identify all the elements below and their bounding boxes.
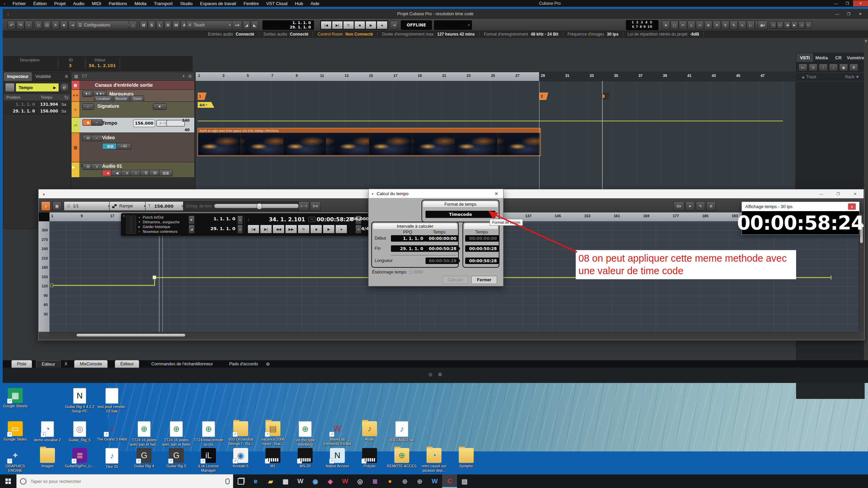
right-longueur-field[interactable]: 00:00:50:28	[465, 258, 499, 264]
debut-ppq-field[interactable]: 1. 1. 1. 0	[391, 235, 426, 242]
desktop-icon[interactable]: ♪↗ The Grand 3 64bit	[97, 421, 127, 442]
menu-item[interactable]: Fenêtre	[240, 0, 262, 7]
right-fin-field[interactable]: 00:00:50:28	[465, 245, 499, 252]
signature-dropdown[interactable]: ▼	[153, 103, 166, 110]
punch-out-button[interactable]: ◣	[251, 21, 258, 29]
stop-button[interactable]: ■	[310, 225, 322, 233]
editor-v-scrollbar[interactable]	[859, 221, 864, 332]
automation-button[interactable]: W	[172, 21, 180, 29]
play-button[interactable]: ▶	[366, 21, 376, 29]
firefox-icon[interactable]: ●	[382, 474, 397, 488]
marker-function-button[interactable]: Localiser	[94, 96, 112, 102]
word-icon[interactable]: W	[427, 474, 442, 488]
timecode-toggle-button[interactable]: ⌐43	[116, 143, 131, 149]
desktop-icon[interactable]: Images	[32, 448, 63, 468]
right-locator-display[interactable]: 29. 1. 1. 0	[195, 226, 235, 231]
video-event[interactable]: Earth at night seen from space ISS (HD 1…	[197, 128, 541, 156]
menu-item[interactable]: Projet	[51, 0, 70, 7]
record-button[interactable]: ●	[377, 21, 388, 29]
track-row-tempo[interactable]: ♪≡ ◉ ⌐ Tempo 156.000 ⊢⊣ 240 40	[72, 118, 194, 133]
tempo-value-field[interactable]: 156.000	[133, 120, 155, 127]
desktop-icon[interactable]: ↗ V03 Orchestral Strings I - Ra...	[225, 421, 256, 446]
minimize-button[interactable]: —	[815, 191, 827, 197]
lanes-button[interactable]: ▥▥	[159, 170, 173, 176]
add-marker-button[interactable]: ▼+	[82, 90, 93, 97]
file-explorer-icon[interactable]: ▰	[263, 474, 278, 488]
configurations-dropdown[interactable]: ☰Configurations▾	[76, 21, 132, 29]
go-start-button[interactable]: |◀	[248, 225, 259, 233]
lock-track-button[interactable]: ⌐	[91, 119, 103, 126]
sync-display[interactable]: ▾	[434, 20, 472, 30]
range-tool[interactable]: ▢	[670, 21, 678, 29]
toolbar-icon-button[interactable]: ◇	[35, 21, 42, 29]
punch-in-button[interactable]: ▾	[237, 216, 243, 224]
play-button[interactable]: ▶	[323, 225, 335, 233]
lock-button[interactable]: ⌂	[129, 21, 137, 29]
to-right-locator-button[interactable]: ◢	[189, 225, 195, 233]
winrar-icon[interactable]: ≣	[368, 474, 382, 488]
tab-pads[interactable]: Pads d'accords	[224, 360, 263, 368]
tab-commandes[interactable]: Commandes de l'échantillonneur	[146, 360, 218, 368]
panel-handle[interactable]	[126, 216, 131, 234]
automation-button[interactable]: L	[156, 21, 164, 29]
start-button[interactable]	[0, 474, 16, 488]
calculer-button[interactable]: Calculer	[442, 276, 468, 284]
minimize-button[interactable]: —	[831, 11, 843, 17]
transport-option[interactable]: ▼Démarrera...eurgauche	[138, 220, 188, 224]
collapse-button[interactable]: ◉	[839, 64, 848, 71]
left-locator-display[interactable]: 1. 1. 1. 0	[195, 216, 235, 221]
task-view-button[interactable]	[233, 474, 248, 488]
edge-icon[interactable]: e	[248, 474, 263, 488]
desktop-icon[interactable]: ▭↗ Google Slides	[0, 421, 31, 442]
go-start-button[interactable]: |◀	[321, 21, 332, 29]
desktop-icon[interactable]: ↗ M1	[258, 448, 288, 468]
nudge-button[interactable]: ▶	[791, 21, 798, 29]
cycle-button[interactable]: ↻	[298, 225, 310, 233]
tab-mixconsole[interactable]: MixConsole	[74, 360, 107, 368]
tab-inspecteur[interactable]: Inspecteur	[4, 72, 32, 81]
inspector-track-header[interactable]: Tempo▶	[16, 83, 59, 92]
fermer-button[interactable]: Fermer	[471, 276, 497, 284]
curve-type-dropdown[interactable]: ▄▀Rampe▾	[109, 201, 149, 211]
down-button[interactable]: ↓	[829, 64, 838, 71]
desktop-icon[interactable]: ⊕ REMOTE ACCES	[387, 448, 417, 468]
menu-item[interactable]: Aide	[307, 0, 323, 7]
menu-item[interactable]: Transport	[150, 0, 176, 7]
automation-button[interactable]: R	[164, 21, 172, 29]
dialog-title-bar[interactable]: ◖ Calcul du tempo ✕	[369, 189, 503, 198]
add-track-icon[interactable]: +	[182, 74, 185, 79]
toolbar-icon-button[interactable]: ⇥	[68, 21, 76, 29]
menu-item[interactable]: Espaces de travail	[196, 0, 240, 7]
transport-option[interactable]: ≡Nouveaux conteneurs	[138, 229, 188, 234]
tempo-curve-line[interactable]	[198, 121, 783, 121]
grid-menu-button[interactable]: ⊞▾	[673, 201, 684, 211]
gear-icon[interactable]: ⚙	[263, 362, 272, 367]
inspector-menu-icon[interactable]: ≡	[63, 74, 70, 80]
cycle-button[interactable]: ↻	[343, 21, 354, 29]
punch-out-button[interactable]: ▴	[237, 225, 243, 233]
restore-button[interactable]: ❐	[843, 11, 854, 17]
tempo-event-row[interactable]: 1. 1. 1. 0 131.904 Sa	[4, 101, 70, 108]
nudge-button[interactable]: ▷	[805, 21, 812, 29]
lock-button[interactable]: ⌐	[91, 135, 103, 141]
menu-item[interactable]: Audio	[70, 0, 88, 7]
gear-icon[interactable]: ⚙	[864, 39, 868, 43]
show-info-button[interactable]: ⊢⊣	[298, 201, 309, 211]
tab-vumetre[interactable]: Vumètre	[847, 53, 864, 62]
timewarp-tool[interactable]: ↯	[721, 21, 729, 29]
desktop-icon[interactable]: N↗ Native Access	[322, 448, 353, 468]
desktop-icon[interactable]: ♪ Audio	[354, 421, 385, 442]
nudge-button[interactable]: ◀	[784, 21, 791, 29]
tab-visibilite[interactable]: Visibilité	[32, 72, 54, 81]
menu-item[interactable]: Hub	[291, 0, 307, 7]
app-icon[interactable]: ▦	[278, 474, 293, 488]
format-dropdown[interactable]: Timecode ▼	[426, 211, 495, 218]
rewind-button[interactable]: ◀◀	[273, 225, 284, 233]
tab-piste[interactable]: Piste	[12, 360, 32, 368]
toolbar-icon-button[interactable]: ★	[60, 21, 68, 29]
debut-value[interactable]: 34. 1. 2.101	[88, 63, 116, 68]
desktop-icon[interactable]: ⊕ TT24 total remote acces	[193, 421, 224, 447]
menu-item[interactable]: Fichier	[9, 0, 29, 7]
redo-button[interactable]: ↷	[16, 21, 24, 29]
track-color-handle[interactable]	[5, 83, 15, 92]
